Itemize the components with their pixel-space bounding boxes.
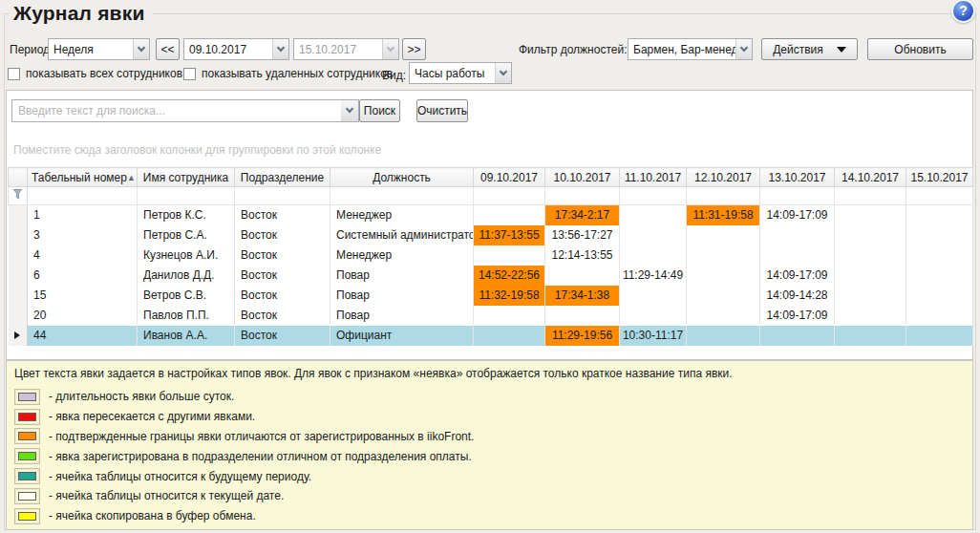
search-input[interactable] bbox=[11, 99, 342, 122]
chevron-down-icon[interactable] bbox=[272, 39, 288, 59]
row-indicator-cell[interactable] bbox=[9, 286, 28, 306]
attendance-cell[interactable] bbox=[906, 326, 973, 346]
department-cell[interactable]: Восток bbox=[235, 286, 330, 306]
attendance-cell[interactable]: 11:29-19:56 bbox=[545, 326, 620, 346]
column-header-date-14-10-2017[interactable]: 14.10.2017 bbox=[835, 168, 906, 187]
filter-cell-date-09-10-2017[interactable] bbox=[474, 187, 545, 205]
show-deleted-checkbox[interactable]: показывать удаленных сотрудников bbox=[183, 67, 393, 80]
position-cell[interactable]: Повар bbox=[330, 286, 474, 306]
attendance-cell[interactable] bbox=[474, 245, 545, 266]
employee-number-cell[interactable]: 44 bbox=[28, 326, 138, 346]
department-cell[interactable]: Восток bbox=[235, 245, 330, 266]
column-header-date-09-10-2017[interactable]: 09.10.2017 bbox=[474, 168, 545, 187]
attendance-cell[interactable] bbox=[687, 225, 760, 245]
column-header-date-11-10-2017[interactable]: 11.10.2017 bbox=[620, 168, 687, 187]
column-header-date-15-10-2017[interactable]: 15.10.2017 bbox=[906, 168, 973, 187]
prev-period-button[interactable]: << bbox=[156, 38, 180, 60]
attendance-cell[interactable] bbox=[835, 205, 906, 225]
department-cell[interactable]: Восток bbox=[235, 205, 330, 225]
attendance-cell[interactable] bbox=[835, 245, 906, 266]
attendance-cell[interactable] bbox=[620, 286, 687, 306]
attendance-cell[interactable] bbox=[620, 245, 687, 266]
employee-name-cell[interactable]: Павлов П.П. bbox=[138, 306, 235, 326]
filter-cell-employee-name[interactable] bbox=[138, 187, 235, 205]
filter-cell-date-15-10-2017[interactable] bbox=[906, 187, 973, 205]
employee-name-cell[interactable]: Ветров С.В. bbox=[138, 286, 235, 306]
filter-cell-date-14-10-2017[interactable] bbox=[835, 187, 906, 205]
attendance-cell[interactable] bbox=[474, 205, 545, 225]
refresh-button[interactable]: Обновить bbox=[867, 38, 973, 60]
chevron-down-icon[interactable] bbox=[495, 63, 511, 83]
employee-name-cell[interactable]: Петров С.А. bbox=[138, 225, 235, 245]
next-period-button[interactable]: >> bbox=[402, 38, 426, 60]
row-indicator-cell[interactable] bbox=[9, 306, 28, 326]
row-indicator-cell[interactable] bbox=[9, 326, 28, 346]
employee-name-cell[interactable]: Кузнецов А.И. bbox=[138, 245, 235, 266]
attendance-cell[interactable] bbox=[545, 306, 620, 326]
attendance-cell[interactable]: 11:37-13:55 bbox=[474, 225, 545, 245]
attendance-cell[interactable]: 11:29-14:49 bbox=[620, 266, 687, 286]
attendance-cell[interactable] bbox=[687, 245, 760, 266]
attendance-cell[interactable] bbox=[687, 286, 760, 306]
attendance-cell[interactable] bbox=[906, 286, 973, 306]
column-header-employee-name[interactable]: Имя сотрудника bbox=[138, 168, 235, 187]
attendance-cell[interactable] bbox=[906, 266, 973, 286]
actions-button[interactable]: Действия bbox=[761, 38, 858, 60]
employee-name-cell[interactable]: Петров К.С. bbox=[138, 205, 235, 225]
row-indicator-cell[interactable] bbox=[9, 266, 28, 286]
employee-number-cell[interactable]: 1 bbox=[28, 205, 138, 225]
filter-cell-position[interactable] bbox=[330, 187, 474, 205]
attendance-cell[interactable] bbox=[474, 306, 545, 326]
attendance-cell[interactable]: 14:09-17:09 bbox=[760, 266, 835, 286]
row-indicator-cell[interactable] bbox=[9, 225, 28, 245]
search-button[interactable]: Поиск bbox=[359, 99, 400, 122]
filter-cell-date-10-10-2017[interactable] bbox=[545, 187, 620, 205]
checkbox-box[interactable] bbox=[183, 68, 196, 80]
attendance-cell[interactable] bbox=[545, 266, 620, 286]
row-indicator-cell[interactable] bbox=[9, 245, 28, 266]
attendance-cell[interactable]: 11:31-19:58 bbox=[687, 205, 760, 225]
attendance-cell[interactable] bbox=[687, 306, 760, 326]
column-header-date-12-10-2017[interactable]: 12.10.2017 bbox=[687, 168, 760, 187]
attendance-cell[interactable]: 10:30-11:17 bbox=[620, 326, 687, 346]
view-select[interactable]: Часы работы bbox=[409, 62, 512, 84]
attendance-cell[interactable]: 17:34-2:17 bbox=[545, 205, 620, 225]
filter-cell-employee-number[interactable] bbox=[28, 187, 138, 205]
employee-number-cell[interactable]: 6 bbox=[28, 266, 138, 286]
period-select[interactable]: Неделя bbox=[48, 38, 150, 60]
position-cell[interactable]: Повар bbox=[330, 306, 474, 326]
help-icon[interactable]: ? bbox=[953, 1, 973, 21]
filter-cell-date-12-10-2017[interactable] bbox=[687, 187, 760, 205]
employee-name-cell[interactable]: Данилов Д.Д. bbox=[138, 266, 235, 286]
attendance-cell[interactable]: 12:14-13:55 bbox=[545, 245, 620, 266]
attendance-cell[interactable] bbox=[620, 205, 687, 225]
attendance-cell[interactable]: 11:32-19:58 bbox=[474, 286, 545, 306]
position-cell[interactable]: Повар bbox=[330, 266, 474, 286]
group-by-bar[interactable]: Поместите сюда заголовок колонки для гру… bbox=[13, 143, 381, 157]
column-header-employee-number[interactable]: Табельный номер▲ bbox=[28, 168, 138, 187]
attendance-cell[interactable]: 14:09-17:09 bbox=[760, 306, 835, 326]
attendance-cell[interactable] bbox=[906, 306, 973, 326]
attendance-cell[interactable] bbox=[687, 326, 760, 346]
attendance-cell[interactable] bbox=[835, 286, 906, 306]
position-cell[interactable]: Менеджер bbox=[330, 205, 474, 225]
position-cell[interactable]: Официант bbox=[330, 326, 474, 346]
attendance-cell[interactable] bbox=[835, 306, 906, 326]
employee-number-cell[interactable]: 20 bbox=[28, 306, 138, 326]
search-history-dropdown-button[interactable] bbox=[341, 99, 359, 122]
row-indicator-cell[interactable] bbox=[9, 205, 28, 225]
attendance-cell[interactable] bbox=[906, 245, 973, 266]
attendance-cell[interactable] bbox=[835, 225, 906, 245]
attendance-cell[interactable]: 13:56-17:27 bbox=[545, 225, 620, 245]
department-cell[interactable]: Восток bbox=[235, 266, 330, 286]
attendance-cell[interactable] bbox=[760, 326, 835, 346]
department-cell[interactable]: Восток bbox=[235, 306, 330, 326]
attendance-cell[interactable] bbox=[906, 205, 973, 225]
attendance-cell[interactable] bbox=[835, 266, 906, 286]
attendance-cell[interactable] bbox=[760, 245, 835, 266]
attendance-cell[interactable]: 17:34-1:38 bbox=[545, 286, 620, 306]
chevron-down-icon[interactable] bbox=[735, 39, 752, 59]
employee-number-cell[interactable]: 3 bbox=[28, 225, 138, 245]
position-cell[interactable]: Менеджер bbox=[330, 245, 474, 266]
date-from-select[interactable]: 09.10.2017 bbox=[183, 38, 289, 60]
